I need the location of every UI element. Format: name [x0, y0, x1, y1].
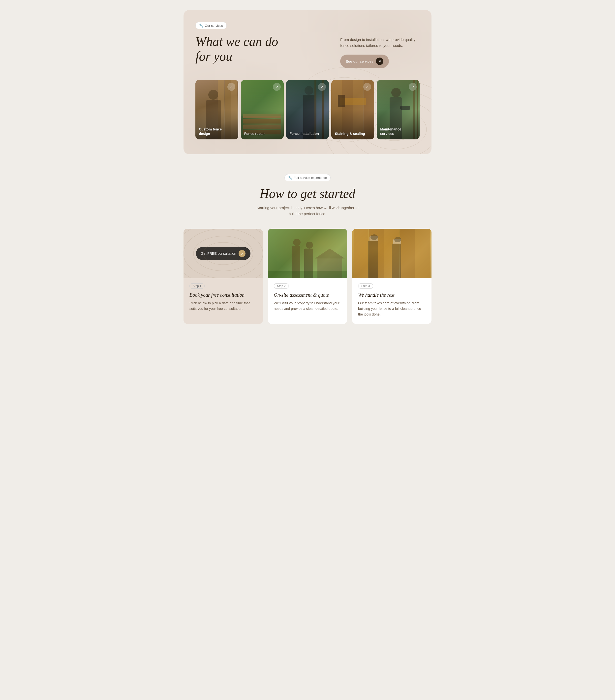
step-card-1: Get FREE consultation ↗ Step 1 Book your… — [184, 229, 263, 324]
step-card-2: Step 2 On-site assessment & quote We'll … — [268, 229, 347, 324]
page-wrapper: 🔧 Our services What we can do for you Fr… — [178, 0, 437, 344]
step-2-description: We'll visit your property to understand … — [274, 300, 341, 312]
card-label-3: Fence installation — [290, 132, 319, 136]
services-header: What we can do for you From design to in… — [196, 34, 419, 68]
svg-point-11 — [203, 242, 243, 265]
step-1-image-area: Get FREE consultation ↗ — [184, 229, 263, 278]
services-right: From design to installation, we provide … — [340, 34, 419, 68]
steps-grid: Get FREE consultation ↗ Step 1 Book your… — [184, 229, 431, 324]
step-3-image — [352, 229, 431, 278]
card-arrow-5[interactable]: ↗ — [409, 83, 417, 91]
steps-title: How to get started — [184, 186, 431, 201]
full-service-label: Full-service experience — [293, 176, 327, 179]
card-arrow-4[interactable]: ↗ — [363, 83, 371, 91]
full-service-badge: 🔧 Full-service experience — [285, 174, 330, 181]
card-label-5: Maintenanceservices — [380, 127, 401, 136]
step-2-image — [268, 229, 347, 278]
services-badge: 🔧 Our services — [196, 22, 227, 29]
arrow-icon: ↗ — [376, 58, 384, 65]
step1-topo — [184, 229, 263, 278]
see-services-button[interactable]: See our services ↗ — [340, 54, 389, 68]
step-3-description: Our team takes care of everything, from … — [358, 300, 426, 317]
card-label-2: Fence repair — [244, 132, 265, 136]
step-2-badge: Step 2 — [274, 283, 289, 289]
services-badge-label: Our services — [205, 24, 223, 27]
services-description: From design to installation, we provide … — [340, 37, 419, 49]
card-label-1: Custom fencedesign — [199, 127, 222, 136]
card-arrow-1[interactable]: ↗ — [227, 83, 235, 91]
step-1-title: Book your free consultation — [189, 292, 257, 298]
step-2-content: Step 2 On-site assessment & quote We'll … — [268, 278, 347, 312]
step-3-badge: Step 3 — [358, 283, 373, 289]
service-card-custom-fence-design[interactable]: ↗ Custom fencedesign — [196, 80, 238, 139]
services-section: 🔧 Our services What we can do for you Fr… — [184, 10, 431, 154]
see-services-label: See our services — [346, 59, 374, 63]
services-grid: ↗ Custom fencedesign — [196, 80, 419, 139]
step-1-description: Click below to pick a date and time that… — [189, 300, 257, 312]
card-label-4: Staining & sealing — [335, 132, 365, 136]
step-1-content: Step 1 Book your free consultation Click… — [184, 278, 263, 312]
svg-point-10 — [193, 236, 253, 271]
steps-section: 🔧 Full-service experience How to get sta… — [184, 169, 431, 334]
steps-header: 🔧 Full-service experience How to get sta… — [184, 174, 431, 217]
services-title: What we can do for you — [196, 34, 290, 64]
wrench-icon: 🔧 — [199, 24, 203, 27]
service-card-fence-installation[interactable]: ↗ Fence installation — [286, 80, 329, 139]
step-3-content: Step 3 We handle the rest Our team takes… — [352, 278, 431, 317]
service-card-staining-sealing[interactable]: ↗ Staining & sealing — [331, 80, 374, 139]
step-card-3: Step 3 We handle the rest Our team takes… — [352, 229, 431, 324]
step-1-badge: Step 1 — [189, 283, 204, 289]
step-2-title: On-site assessment & quote — [274, 292, 341, 298]
service-card-maintenance[interactable]: ↗ Maintenanceservices — [377, 80, 419, 139]
steps-description: Starting your project is easy. Here's ho… — [184, 205, 431, 217]
service-card-fence-repair[interactable]: ↗ Fence repair — [241, 80, 284, 139]
step-3-title: We handle the rest — [358, 292, 426, 298]
full-service-icon: 🔧 — [288, 176, 292, 179]
card-arrow-2[interactable]: ↗ — [273, 83, 281, 91]
